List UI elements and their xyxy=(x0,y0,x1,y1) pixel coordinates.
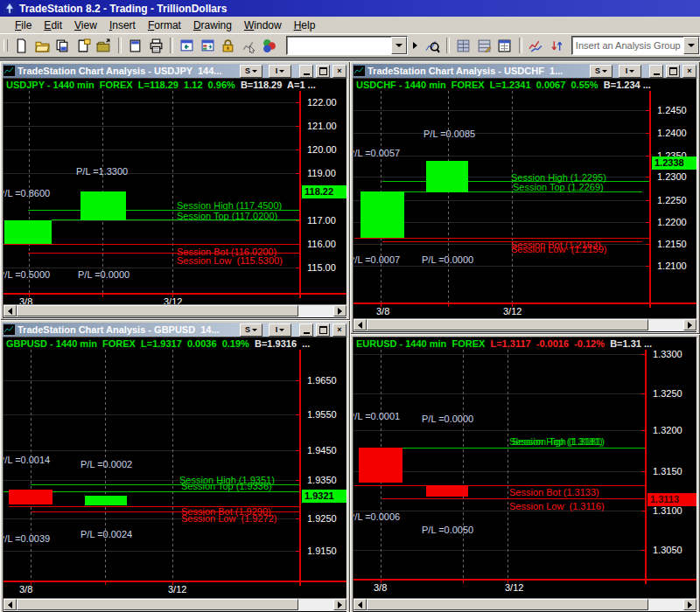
price-tick-label: 1.9150 xyxy=(307,546,337,556)
toolbar: Insert an Analysis Group xyxy=(0,34,700,58)
chart-analysis-button[interactable] xyxy=(527,36,546,55)
new-workspace-button[interactable] xyxy=(12,36,32,55)
radar-screen-button[interactable] xyxy=(475,36,494,55)
sort-button[interactable] xyxy=(547,36,566,55)
menu-drawing[interactable]: Drawing xyxy=(187,17,238,33)
price-gridline xyxy=(4,102,299,103)
pl-label: P/L =0.0085 xyxy=(424,129,475,139)
chart-window-titlebar[interactable]: TradeStation Chart Analysis - GBPUSD 14.… xyxy=(3,323,347,337)
toolbar-separator xyxy=(118,38,122,53)
analysis-group-value: Insert an Analysis Group xyxy=(572,40,683,51)
format-colors-button[interactable] xyxy=(260,36,279,55)
analysis-group-combobox[interactable]: Insert an Analysis Group xyxy=(571,36,700,55)
minimize-button[interactable] xyxy=(649,65,663,78)
menu-file[interactable]: File xyxy=(9,17,38,33)
menu-format[interactable]: Format xyxy=(142,17,187,33)
price-tick-label: 1.3150 xyxy=(653,466,682,476)
save-stack-icon xyxy=(55,38,70,53)
scroll-left-button[interactable] xyxy=(354,599,367,610)
maximize-button[interactable] xyxy=(316,65,330,78)
last-price-marker: 118.22 xyxy=(302,185,347,198)
next-window-button[interactable] xyxy=(198,36,217,55)
scrollbar-thumb[interactable] xyxy=(367,319,648,330)
close-button[interactable]: × xyxy=(332,323,346,337)
scroll-right-button[interactable] xyxy=(683,599,696,610)
minimize-button[interactable] xyxy=(299,65,313,78)
scroll-left-button[interactable] xyxy=(4,599,17,610)
new-page-button[interactable] xyxy=(74,36,94,55)
h-scrollbar[interactable] xyxy=(4,598,346,611)
chart-area-usdjpy[interactable]: USDJPY - 1440 min FOREX L=118.29 1.12 0.… xyxy=(3,78,347,319)
close-button[interactable]: × xyxy=(332,65,346,78)
menu-edit[interactable]: Edit xyxy=(38,17,68,33)
chart-info-bid: B=1.31 ... xyxy=(605,338,652,349)
chart-info-symbol: GBPUSD - 1440 min FOREX L=1.9317 0.0036 … xyxy=(6,338,249,349)
scroll-right-icon xyxy=(338,308,342,315)
chart-window-titlebar[interactable]: TradeStation Chart Analysis - USDJPY 144… xyxy=(3,64,347,78)
chart-window-icon xyxy=(4,324,15,335)
pl-label: P/L =0.0000 xyxy=(78,269,130,280)
matrix-button[interactable] xyxy=(495,36,514,55)
quick-quotes-button[interactable] xyxy=(454,36,473,55)
chart-arrows-icon xyxy=(528,38,543,53)
h-scrollbar[interactable] xyxy=(354,598,696,611)
lock-button[interactable] xyxy=(219,36,238,55)
interval-button[interactable]: I xyxy=(269,323,291,337)
h-scrollbar[interactable] xyxy=(4,304,346,317)
toolbar-gripper[interactable] xyxy=(4,39,8,52)
chart-area-eurusd[interactable]: EURUSD - 1440 min FOREX L=1.3117 -0.0016… xyxy=(353,337,697,612)
close-button[interactable]: × xyxy=(682,65,696,78)
status-line-button[interactable]: S xyxy=(240,65,262,78)
price-gridline xyxy=(354,133,649,134)
minimize-icon xyxy=(304,73,310,75)
chart-area-usdchf[interactable]: USDCHF - 1440 min FOREX L=1.2341 0.0067 … xyxy=(353,78,697,333)
scroll-left-button[interactable] xyxy=(4,305,17,316)
app-titlebar[interactable]: TradeStation 8.2 - Trading - TrillionDol… xyxy=(0,0,700,17)
menu-insert[interactable]: Insert xyxy=(103,17,142,33)
h-scrollbar[interactable] xyxy=(354,318,696,331)
scroll-right-icon xyxy=(688,602,692,609)
scrollbar-thumb[interactable] xyxy=(17,305,298,316)
symbol-combobox[interactable] xyxy=(286,36,408,55)
analysis-group-dropdown-button[interactable] xyxy=(683,37,699,54)
save-all-button[interactable] xyxy=(53,36,73,55)
chart-info-line: USDJPY - 1440 min FOREX L=118.29 1.12 0.… xyxy=(6,80,316,90)
previous-window-button[interactable] xyxy=(178,36,197,55)
scrollbar-thumb[interactable] xyxy=(367,599,648,610)
up-bar xyxy=(426,161,468,192)
print-button[interactable] xyxy=(146,36,165,55)
status-line-button[interactable]: S xyxy=(240,323,262,337)
chart-info-bid: B=1.9316 ... xyxy=(249,338,310,349)
chart-window-titlebar[interactable]: TradeStation Chart Analysis - USDCHF 1..… xyxy=(353,64,697,78)
time-gridline xyxy=(31,350,32,581)
interval-button[interactable]: I xyxy=(619,65,641,78)
toolbar-separator xyxy=(519,38,522,53)
minimize-button[interactable] xyxy=(299,323,313,337)
close-workspace-button[interactable] xyxy=(94,36,114,55)
maximize-button[interactable] xyxy=(666,65,680,78)
scroll-left-button[interactable] xyxy=(354,319,367,330)
price-tick-label: 1.2250 xyxy=(657,195,687,205)
time-gridline xyxy=(463,350,464,579)
mdi-workspace: TradeStation Chart Analysis - USDJPY 144… xyxy=(0,58,700,612)
menu-window[interactable]: Window xyxy=(238,17,288,33)
menu-help[interactable]: Help xyxy=(288,17,322,33)
maximize-button[interactable] xyxy=(316,323,330,337)
new-document-icon xyxy=(14,38,29,53)
chevron-down-icon xyxy=(279,329,284,331)
scroll-right-button[interactable] xyxy=(683,319,696,330)
chart-style-button[interactable] xyxy=(239,36,258,55)
symbol-combobox-dropdown-button[interactable] xyxy=(391,37,407,54)
status-line-button[interactable]: S xyxy=(590,65,612,78)
interval-button[interactable]: I xyxy=(269,65,291,78)
chart-area-gbpusd[interactable]: GBPUSD - 1440 min FOREX L=1.9317 0.0036 … xyxy=(3,337,347,612)
open-workspace-button[interactable] xyxy=(33,36,52,55)
menu-view[interactable]: View xyxy=(68,17,103,33)
scroll-right-button[interactable] xyxy=(333,599,346,610)
page-setup-button[interactable] xyxy=(126,36,145,55)
scrollbar-thumb[interactable] xyxy=(17,599,298,610)
go-button[interactable] xyxy=(410,36,422,55)
zoom-chart-button[interactable] xyxy=(424,36,443,55)
time-label: 3/8 xyxy=(376,306,389,316)
scroll-right-button[interactable] xyxy=(333,305,346,316)
